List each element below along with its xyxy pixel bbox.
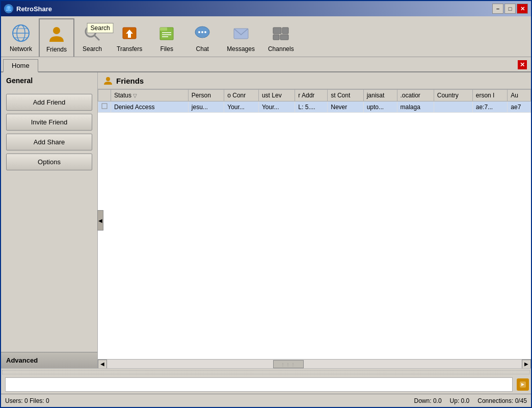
chat-label: Chat xyxy=(196,45,209,53)
sidebar-advanced-header: Advanced xyxy=(1,352,97,368)
svg-point-27 xyxy=(106,77,110,81)
sidebar-buttons: Add Friend Invite Friend Add Share Optio… xyxy=(1,89,97,352)
statusbar-right: Down: 0.0 Up: 0.0 Connections: 0/45 xyxy=(414,397,527,404)
statusbar-down: Down: 0.0 xyxy=(414,397,442,404)
sidebar-collapse-button[interactable]: ◀ xyxy=(97,210,103,231)
main-content: General Add Friend Invite Friend Add Sha… xyxy=(1,72,531,368)
friends-table: Status ▽ Person o Conr ust Lev r Addr st… xyxy=(98,89,531,113)
add-friend-button[interactable]: Add Friend xyxy=(6,94,92,111)
options-button[interactable]: Options xyxy=(6,154,92,170)
add-share-button[interactable]: Add Share xyxy=(6,134,92,150)
svg-rect-13 xyxy=(160,28,167,31)
scrollbar-track[interactable]: ⋮⋮⋮ xyxy=(107,360,522,369)
svg-rect-23 xyxy=(273,28,281,34)
table-row[interactable]: Denied Access jesu... Your... Your... L:… xyxy=(98,101,531,113)
svg-rect-28 xyxy=(102,104,107,109)
row-country xyxy=(434,101,472,113)
titlebar: RetroShare – □ ✕ xyxy=(1,1,531,16)
invite-friend-button[interactable]: Invite Friend xyxy=(6,114,92,131)
col-status[interactable]: Status ▽ xyxy=(111,90,189,101)
row-person-id: ae:7... xyxy=(472,101,508,113)
svg-rect-25 xyxy=(273,35,279,40)
toolbar-item-files[interactable]: Files xyxy=(149,18,184,57)
row-trust: Your... xyxy=(258,101,295,113)
svg-point-1 xyxy=(7,6,10,9)
row-location: malaga xyxy=(397,101,434,113)
statusbar-users-files: Users: 0 Files: 0 xyxy=(5,397,414,404)
input-bar[interactable] xyxy=(5,377,513,392)
tab-home[interactable]: Home xyxy=(3,59,38,72)
sort-arrow-status: ▽ xyxy=(133,93,137,98)
scroll-right-button[interactable]: ▶ xyxy=(522,360,531,369)
toolbar: Network Friends Search Search xyxy=(1,16,531,57)
toolbar-item-chat[interactable]: Chat xyxy=(184,18,220,57)
scroll-left-button[interactable]: ◀ xyxy=(98,360,107,369)
col-org[interactable]: janisat xyxy=(363,90,397,101)
svg-line-9 xyxy=(94,35,99,40)
friends-header: Friends xyxy=(98,72,531,89)
friends-table-container[interactable]: Status ▽ Person o Conr ust Lev r Addr st… xyxy=(98,89,531,359)
col-check xyxy=(98,90,111,101)
tabbar: Home ✕ xyxy=(1,57,531,72)
row-conn: Your... xyxy=(224,101,259,113)
input-field[interactable] xyxy=(6,381,512,388)
search-toolbar-icon xyxy=(82,23,102,43)
files-icon xyxy=(156,23,177,43)
toolbar-item-friends[interactable]: Friends xyxy=(39,18,74,57)
scrollbar-thumb[interactable]: ⋮⋮⋮ xyxy=(273,360,304,368)
window-title: RetroShare xyxy=(16,5,492,13)
row-addr: L: 5.... xyxy=(295,101,328,113)
friends-icon xyxy=(46,23,67,44)
row-person: jesu... xyxy=(188,101,224,113)
sidebar: General Add Friend Invite Friend Add Sha… xyxy=(1,72,98,368)
col-conn[interactable]: o Conr xyxy=(224,90,259,101)
vertical-scrollbar-dots xyxy=(2,370,530,374)
row-org: upto... xyxy=(363,101,397,113)
col-person-id[interactable]: erson I xyxy=(472,90,508,101)
vertical-scrollbar-area[interactable] xyxy=(1,368,531,375)
svg-rect-26 xyxy=(280,35,288,40)
toolbar-item-search[interactable]: Search Search xyxy=(74,18,110,57)
col-trust[interactable]: ust Lev xyxy=(258,90,295,101)
search-label: Search xyxy=(83,45,102,53)
col-au[interactable]: Au xyxy=(508,90,531,101)
chat-icon xyxy=(192,23,212,43)
svg-point-7 xyxy=(53,27,60,34)
input-action-button[interactable] xyxy=(517,378,529,391)
statusbar-up: Up: 0.0 xyxy=(450,397,470,404)
toolbar-item-transfers[interactable]: Transfers xyxy=(110,18,149,57)
row-check xyxy=(98,101,111,113)
col-location[interactable]: .ocatior xyxy=(397,90,434,101)
svg-rect-24 xyxy=(282,28,288,34)
col-addr[interactable]: r Addr xyxy=(295,90,328,101)
toolbar-item-network[interactable]: Network xyxy=(3,18,39,57)
channels-label: Channels xyxy=(268,45,294,53)
row-status: Denied Access xyxy=(111,101,189,113)
maximize-button[interactable]: □ xyxy=(504,4,516,14)
transfers-label: Transfers xyxy=(117,45,142,53)
app-icon xyxy=(4,4,13,13)
svg-point-21 xyxy=(204,31,206,33)
statusbar-connections: Connections: 0/45 xyxy=(477,397,527,404)
toolbar-item-channels[interactable]: Channels xyxy=(261,18,301,57)
network-icon xyxy=(11,23,31,43)
col-country[interactable]: Country xyxy=(434,90,472,101)
minimize-button[interactable]: – xyxy=(492,4,503,14)
row-au: ae7 xyxy=(508,101,531,113)
svg-point-20 xyxy=(201,31,203,33)
friends-panel: Friends Status ▽ Person o Conr us xyxy=(98,72,531,368)
tab-close-button[interactable]: ✕ xyxy=(518,60,527,69)
sidebar-general-header: General xyxy=(1,72,97,89)
friends-title: Friends xyxy=(116,76,144,85)
table-header-row: Status ▽ Person o Conr ust Lev r Addr st… xyxy=(98,90,531,101)
horizontal-scrollbar[interactable]: ◀ ⋮⋮⋮ ▶ xyxy=(98,359,531,368)
col-contact[interactable]: st Cont xyxy=(328,90,363,101)
channels-icon xyxy=(271,23,291,43)
row-contact: Never xyxy=(328,101,363,113)
col-person[interactable]: Person xyxy=(188,90,224,101)
svg-point-19 xyxy=(198,31,200,33)
toolbar-item-messages[interactable]: Messages xyxy=(220,18,261,57)
close-button[interactable]: ✕ xyxy=(517,4,528,14)
messages-label: Messages xyxy=(227,45,255,53)
files-label: Files xyxy=(161,45,173,53)
